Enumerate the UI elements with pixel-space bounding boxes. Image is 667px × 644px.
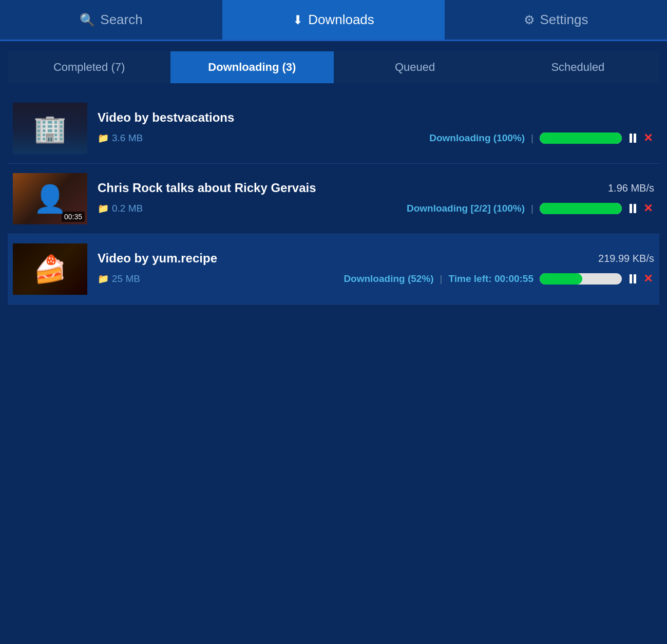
tab-downloading[interactable]: Downloading (3): [170, 51, 333, 83]
thumbnail-bestvacations: [13, 103, 87, 154]
progress-bar-bestvacations: [540, 132, 622, 144]
separator-2: |: [531, 203, 533, 214]
nav-search-label: Search: [100, 12, 142, 28]
meta-row-chrisrock: 📁 0.2 MB Downloading [2/2] (100%) |: [98, 200, 654, 217]
tab-completed[interactable]: Completed (7): [8, 51, 170, 83]
pause-button-bestvacations[interactable]: [628, 132, 638, 144]
action-buttons-yumrecipe: ✕: [628, 271, 654, 287]
tabs-bar: Completed (7) Downloading (3) Queued Sch…: [8, 51, 659, 83]
filesize-bestvacations: 📁 3.6 MB: [98, 132, 143, 144]
pause-button-yumrecipe[interactable]: [628, 273, 638, 285]
top-navigation: 🔍 Search ⬇ Downloads ⚙ Settings: [0, 0, 667, 41]
cancel-button-bestvacations[interactable]: ✕: [642, 130, 654, 146]
download-info-yumrecipe: Video by yum.recipe 219.99 KB/s 📁 25 MB …: [98, 251, 654, 287]
progress-fill-yumrecipe: [540, 273, 582, 285]
gear-icon: ⚙: [524, 13, 535, 27]
nav-search[interactable]: 🔍 Search: [0, 0, 222, 40]
meta-row-yumrecipe: 📁 25 MB Downloading (52%) | Time left: 0…: [98, 271, 654, 287]
time-left-yumrecipe: Time left: 00:00:55: [449, 273, 533, 285]
pause-icon-3: [630, 274, 636, 283]
download-info-chrisrock: Chris Rock talks about Ricky Gervais 1.9…: [98, 181, 654, 217]
progress-fill-bestvacations: [540, 132, 622, 144]
title-row-bestvacations: Video by bestvacations: [98, 110, 654, 125]
pause-icon: [630, 134, 636, 143]
progress-bar-yumrecipe: [540, 273, 622, 285]
speed-yumrecipe: 219.99 KB/s: [598, 253, 654, 264]
folder-icon-3: 📁: [98, 273, 109, 285]
title-bestvacations: Video by bestvacations: [98, 110, 234, 125]
folder-icon: 📁: [98, 132, 109, 144]
downloads-list: Video by bestvacations 📁 3.6 MB Download…: [0, 88, 667, 310]
status-section-bestvacations: Downloading (100%) | ✕: [150, 130, 654, 146]
status-section-chrisrock: Downloading [2/2] (100%) | ✕: [150, 200, 654, 217]
progress-bar-chrisrock: [540, 203, 622, 214]
status-yumrecipe: Downloading (52%): [344, 273, 433, 285]
status-section-yumrecipe: Downloading (52%) | Time left: 00:00:55: [148, 271, 654, 287]
search-icon: 🔍: [80, 13, 95, 27]
download-item-yumrecipe: Video by yum.recipe 219.99 KB/s 📁 25 MB …: [8, 234, 659, 305]
tab-queued[interactable]: Queued: [334, 51, 497, 83]
title-chrisrock: Chris Rock talks about Ricky Gervais: [98, 181, 316, 195]
nav-settings[interactable]: ⚙ Settings: [445, 0, 667, 40]
speed-chrisrock: 1.96 MB/s: [608, 182, 654, 194]
filesize-yumrecipe: 📁 25 MB: [98, 273, 140, 285]
thumbnail-chrisrock: 00:35: [13, 173, 87, 224]
title-row-chrisrock: Chris Rock talks about Ricky Gervais 1.9…: [98, 181, 654, 195]
download-info-bestvacations: Video by bestvacations 📁 3.6 MB Download…: [98, 110, 654, 146]
pause-icon-2: [630, 204, 636, 213]
action-buttons-chrisrock: ✕: [628, 200, 654, 217]
download-item-chrisrock: 00:35 Chris Rock talks about Ricky Gerva…: [8, 164, 659, 234]
nav-downloads-label: Downloads: [308, 12, 374, 28]
separator: |: [531, 132, 533, 144]
status-chrisrock: Downloading [2/2] (100%): [407, 203, 525, 214]
title-yumrecipe: Video by yum.recipe: [98, 251, 217, 266]
status-bestvacations: Downloading (100%): [429, 132, 525, 144]
meta-row-bestvacations: 📁 3.6 MB Downloading (100%) |: [98, 130, 654, 146]
download-item-bestvacations: Video by bestvacations 📁 3.6 MB Download…: [8, 93, 659, 164]
nav-downloads[interactable]: ⬇ Downloads: [222, 0, 445, 40]
pause-button-chrisrock[interactable]: [628, 202, 638, 215]
cancel-button-yumrecipe[interactable]: ✕: [642, 271, 654, 287]
title-row-yumrecipe: Video by yum.recipe 219.99 KB/s: [98, 251, 654, 266]
cancel-button-chrisrock[interactable]: ✕: [642, 200, 654, 217]
nav-settings-label: Settings: [540, 12, 588, 28]
thumbnail-yumrecipe: [13, 243, 87, 295]
download-icon: ⬇: [293, 13, 303, 27]
tab-scheduled[interactable]: Scheduled: [497, 51, 659, 83]
filesize-chrisrock: 📁 0.2 MB: [98, 203, 143, 214]
progress-fill-chrisrock: [540, 203, 622, 214]
action-buttons-bestvacations: ✕: [628, 130, 654, 146]
folder-icon-2: 📁: [98, 203, 109, 214]
separator-3: |: [440, 273, 443, 285]
duration-badge-chrisrock: 00:35: [62, 212, 85, 222]
